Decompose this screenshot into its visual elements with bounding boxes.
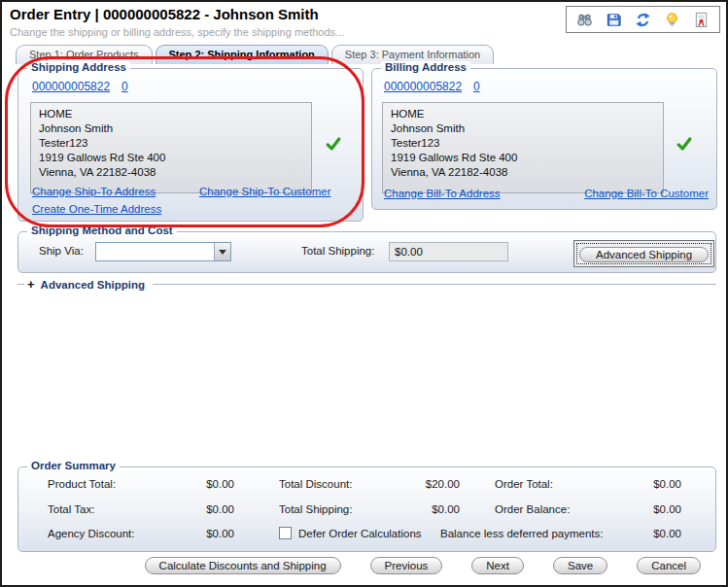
order-total-value: $0.00 <box>592 478 681 490</box>
shipping-address-count-link[interactable]: 0 <box>121 80 128 93</box>
expander-border-dash <box>17 284 24 285</box>
order-balance-value: $0.00 <box>592 503 681 515</box>
change-bill-to-customer-link[interactable]: Change Bill-To Customer <box>584 188 709 199</box>
change-ship-to-address-link[interactable]: Change Ship-To Address <box>32 186 156 197</box>
billing-addr-line: 1919 Gallows Rd Ste 400 <box>391 151 655 165</box>
billing-addr-line: Vienna, VA 22182-4038 <box>391 165 655 180</box>
order-balance-label: Order Balance: <box>495 503 570 515</box>
defer-order-calculations-label: Defer Order Calculations <box>298 528 422 539</box>
find-icon[interactable] <box>576 12 593 28</box>
billing-addr-line: Johnson Smith <box>391 121 655 136</box>
tab-step2-shipping-information[interactable]: Step 2: Shipping Information <box>156 45 329 64</box>
expand-plus-icon[interactable]: + <box>27 277 35 292</box>
order-total-label: Order Total: <box>495 478 553 490</box>
ship-via-selected-value <box>96 243 214 260</box>
create-one-time-address-link[interactable]: Create One-Time Address <box>32 203 161 215</box>
total-discount-label: Total Discount: <box>279 478 352 490</box>
ship-via-dropdown-button[interactable] <box>214 243 230 260</box>
change-bill-to-address-link[interactable]: Change Bill-To Address <box>384 188 501 199</box>
ship-via-select[interactable] <box>95 242 231 261</box>
report-icon[interactable] <box>693 12 710 28</box>
billing-address-group: Billing Address 000000005822 0 HOME John… <box>371 68 717 210</box>
billing-addr-line: Tester123 <box>391 136 655 151</box>
agency-discount-label: Agency Discount: <box>48 528 135 539</box>
next-button[interactable]: Next <box>471 557 524 574</box>
shipping-addr-line: Tester123 <box>39 136 303 151</box>
advanced-shipping-button[interactable]: Advanced Shipping <box>573 240 714 267</box>
total-shipping-label: Total Shipping: <box>301 245 374 257</box>
billing-address-box: HOME Johnson Smith Tester123 1919 Gallow… <box>382 102 664 193</box>
cancel-button[interactable]: Cancel <box>637 557 701 574</box>
billing-addr-line: HOME <box>391 107 655 121</box>
advanced-shipping-expander[interactable]: + Advanced Shipping <box>17 277 716 292</box>
shipping-method-legend: Shipping Method and Cost <box>27 224 177 236</box>
total-discount-value: $20.00 <box>368 478 460 490</box>
order-summary-group: Order Summary Product Total: $0.00 Total… <box>17 466 716 552</box>
page-title: Order Entry | 000000005822 - Johnson Smi… <box>10 6 319 22</box>
ship-via-label: Ship Via: <box>39 245 84 257</box>
advanced-shipping-expander-label[interactable]: Advanced Shipping <box>41 279 145 291</box>
order-summary-legend: Order Summary <box>27 460 120 471</box>
product-total-value: $0.00 <box>155 478 234 490</box>
shipping-addr-line: 1919 Gallows Rd Ste 400 <box>39 151 303 165</box>
chevron-down-icon <box>219 250 226 255</box>
shipping-customer-number-link[interactable]: 000000005822 <box>32 80 110 93</box>
agency-discount-value: $0.00 <box>155 528 234 539</box>
billing-verified-check-icon <box>676 135 693 153</box>
defer-order-calculations-checkbox[interactable] <box>279 527 292 539</box>
billing-address-legend: Billing Address <box>381 61 470 73</box>
billing-customer-number-link[interactable]: 000000005822 <box>384 80 462 93</box>
previous-button[interactable]: Previous <box>370 557 443 574</box>
total-shipping-input[interactable] <box>389 242 508 261</box>
save-button[interactable]: Save <box>553 557 607 574</box>
footer-button-bar: Calculate Discounts and Shipping Previou… <box>17 557 701 574</box>
change-ship-to-customer-link[interactable]: Change Ship-To Customer <box>199 186 331 197</box>
total-shipping-summary-label: Total Shipping: <box>279 503 352 515</box>
total-shipping-summary-value: $0.00 <box>368 503 460 515</box>
page-subtitle: Change the shipping or billing address, … <box>10 26 344 38</box>
total-tax-label: Total Tax: <box>48 503 94 515</box>
shipping-address-group: Shipping Address 000000005822 0 HOME Joh… <box>17 68 364 222</box>
shipping-address-box: HOME Johnson Smith Tester123 1919 Gallow… <box>30 102 312 193</box>
advanced-shipping-button-label: Advanced Shipping <box>579 247 709 262</box>
hint-icon[interactable] <box>664 12 680 28</box>
expander-rule <box>153 284 716 285</box>
shipping-addr-line: Vienna, VA 22182-4038 <box>39 165 303 180</box>
total-tax-value: $0.00 <box>155 503 234 515</box>
refresh-icon[interactable] <box>635 12 651 28</box>
shipping-method-group: Shipping Method and Cost Ship Via: Total… <box>17 231 716 273</box>
calculate-discounts-and-shipping-button[interactable]: Calculate Discounts and Shipping <box>145 557 341 574</box>
balance-less-deferred-label: Balance less deferred payments: <box>440 528 603 539</box>
product-total-label: Product Total: <box>48 478 116 490</box>
balance-less-deferred-value: $0.00 <box>592 528 681 539</box>
save-icon[interactable] <box>606 12 622 28</box>
billing-address-count-link[interactable]: 0 <box>473 80 480 93</box>
header-toolbar <box>566 6 720 33</box>
advanced-shipping-focus-ring: Advanced Shipping <box>576 243 711 264</box>
shipping-verified-check-icon <box>325 135 342 153</box>
shipping-address-legend: Shipping Address <box>27 61 130 73</box>
shipping-addr-line: HOME <box>39 107 303 121</box>
order-entry-window: Order Entry | 000000005822 - Johnson Smi… <box>0 0 728 587</box>
shipping-addr-line: Johnson Smith <box>39 121 303 136</box>
